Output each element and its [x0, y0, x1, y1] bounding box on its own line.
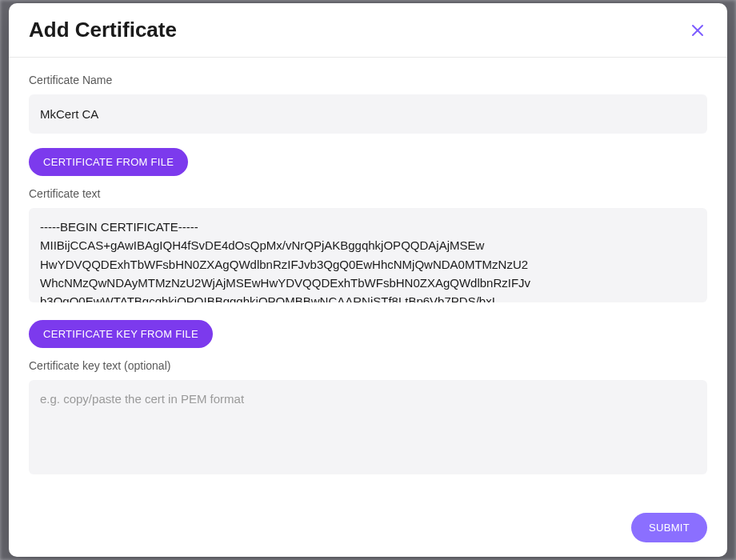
certificate-key-text-input[interactable]	[29, 380, 707, 474]
submit-button[interactable]: SUBMIT	[631, 513, 707, 542]
certificate-from-file-button[interactable]: CERTIFICATE FROM FILE	[29, 148, 188, 176]
certificate-name-input[interactable]	[29, 94, 707, 134]
modal-body: Certificate Name CERTIFICATE FROM FILE C…	[9, 58, 727, 502]
certificate-key-text-label: Certificate key text (optional)	[29, 359, 707, 372]
close-button[interactable]	[688, 21, 707, 40]
certificate-text-label: Certificate text	[29, 187, 707, 200]
close-icon	[691, 24, 704, 37]
modal-footer: SUBMIT	[9, 502, 727, 557]
modal-header: Add Certificate	[9, 3, 727, 58]
certificate-text-input[interactable]	[29, 208, 707, 302]
certificate-key-from-file-button[interactable]: CERTIFICATE KEY FROM FILE	[29, 320, 213, 348]
add-certificate-modal: Add Certificate Certificate Name CERTIFI…	[9, 3, 727, 557]
modal-title: Add Certificate	[29, 18, 177, 42]
certificate-name-label: Certificate Name	[29, 74, 707, 86]
